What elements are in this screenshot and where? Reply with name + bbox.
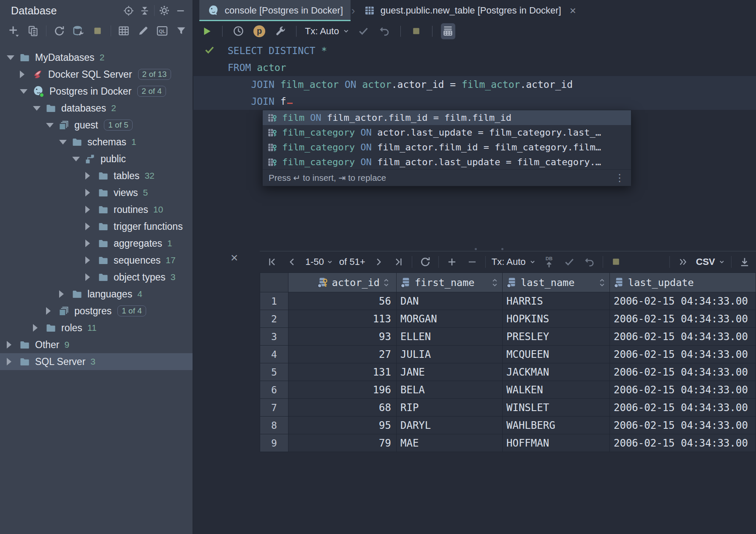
previous-page-icon[interactable]	[285, 254, 299, 270]
cell-last_update[interactable]: 2006-02-15 04:34:33.00	[610, 363, 756, 381]
chevron-collapsed-icon[interactable]	[59, 290, 68, 298]
chevron-expanded-icon[interactable]	[33, 106, 42, 111]
tree-item-routines[interactable]: routines10	[0, 201, 193, 218]
data-source-properties-icon[interactable]	[71, 23, 86, 39]
stop-icon[interactable]	[609, 254, 623, 270]
chevron-collapsed-icon[interactable]	[20, 71, 29, 78]
rollback-icon[interactable]	[378, 23, 392, 39]
autocomplete-item-3[interactable]: film_category ON film_actor.film_id = fi…	[263, 140, 631, 155]
new-item-button[interactable]	[6, 23, 22, 39]
settings-wrench-icon[interactable]	[273, 23, 288, 39]
tree-item-sequences[interactable]: sequences17	[0, 252, 193, 269]
tree-item-languages[interactable]: languages4	[0, 286, 193, 302]
commit-check-icon[interactable]	[356, 23, 371, 39]
tree-item-databases[interactable]: databases2	[0, 100, 193, 117]
collapse-all-icon[interactable]	[136, 3, 152, 18]
query-console-icon[interactable]: QL	[154, 23, 170, 39]
cell-first_name[interactable]: MORGAN	[397, 310, 503, 328]
cell-actor_id[interactable]: 196	[288, 381, 397, 399]
run-button[interactable]	[199, 23, 214, 39]
cell-first_name[interactable]: RIP	[397, 399, 503, 417]
tree-item-other[interactable]: Other9	[0, 336, 193, 353]
tree-item-schemas[interactable]: schemas1	[0, 134, 193, 150]
code-line-3[interactable]: JOIN film_actor ON actor.actor_id = film…	[193, 76, 756, 93]
chevron-collapsed-icon[interactable]	[33, 324, 42, 332]
cell-actor_id[interactable]: 131	[288, 363, 397, 381]
cell-actor_id[interactable]: 27	[288, 346, 397, 363]
commit-check-icon[interactable]	[562, 254, 577, 270]
kebab-menu-icon[interactable]: ⋮	[615, 172, 625, 184]
cell-first_name[interactable]: ELLEN	[397, 328, 503, 346]
settings-gear-icon[interactable]	[156, 3, 172, 18]
row-number[interactable]: 5	[260, 363, 288, 381]
history-clock-icon[interactable]	[231, 23, 245, 39]
tree-item-docker-sql-server[interactable]: Docker SQL Server2 of 13	[0, 66, 193, 83]
submit-db-icon[interactable]: DB	[542, 254, 556, 270]
chevron-expanded-icon[interactable]	[46, 123, 55, 128]
close-results-icon[interactable]: ×	[231, 251, 238, 264]
hide-panel-icon[interactable]	[172, 3, 188, 18]
splitter-handle[interactable]	[475, 248, 503, 250]
chevron-expanded-icon[interactable]	[20, 89, 29, 94]
rollback-icon[interactable]	[582, 254, 597, 270]
column-header-last_update[interactable]: last_update	[610, 273, 756, 292]
chevron-expanded-icon[interactable]	[59, 140, 68, 144]
sort-arrows-icon[interactable]	[599, 278, 609, 288]
cell-last_update[interactable]: 2006-02-15 04:34:33.00	[610, 292, 756, 310]
chevron-collapsed-icon[interactable]	[85, 172, 95, 180]
row-number[interactable]: 7	[260, 399, 288, 417]
cell-last_name[interactable]: WAHLBERG	[503, 417, 610, 434]
tree-item-views[interactable]: views5	[0, 184, 193, 201]
next-page-icon[interactable]	[371, 254, 386, 270]
chevron-collapsed-icon[interactable]	[85, 223, 95, 230]
cell-first_name[interactable]: JULIA	[397, 346, 503, 363]
tree-item-roles[interactable]: roles11	[0, 319, 193, 336]
cell-last_name[interactable]: HOFFMAN	[503, 434, 610, 452]
download-icon[interactable]	[737, 254, 752, 270]
cell-last_update[interactable]: 2006-02-15 04:34:33.00	[610, 381, 756, 399]
cell-last_update[interactable]: 2006-02-15 04:34:33.00	[610, 310, 756, 328]
locate-icon[interactable]	[120, 3, 136, 18]
column-header-first_name[interactable]: first_name	[397, 273, 503, 292]
tree-item-trigger-functions[interactable]: trigger functions	[0, 218, 193, 235]
cell-actor_id[interactable]: 95	[288, 417, 397, 434]
more-actions-chevrons-icon[interactable]	[676, 254, 690, 270]
chevron-collapsed-icon[interactable]	[85, 189, 95, 196]
row-number[interactable]: 1	[260, 292, 288, 310]
autocomplete-item-4[interactable]: film_category ON film_actor.last_update …	[263, 155, 631, 169]
autocomplete-item-2[interactable]: film_category ON actor.last_update = fil…	[263, 125, 631, 140]
tree-item-aggregates[interactable]: aggregates1	[0, 235, 193, 252]
cell-first_name[interactable]: JANE	[397, 363, 503, 381]
tree-item-sql-server[interactable]: SQL Server3	[0, 353, 193, 370]
cell-last_update[interactable]: 2006-02-15 04:34:33.00	[610, 346, 756, 363]
tree-item-public[interactable]: public	[0, 150, 193, 167]
chevron-expanded-icon[interactable]	[72, 157, 82, 161]
tree-item-postgres-in-docker[interactable]: Postgres in Docker2 of 4	[0, 83, 193, 100]
stop-icon[interactable]	[90, 23, 105, 39]
row-number[interactable]: 2	[260, 310, 288, 328]
cell-actor_id[interactable]: 113	[288, 310, 397, 328]
cell-last_name[interactable]: WALKEN	[503, 381, 610, 399]
cell-last_name[interactable]: JACKMAN	[503, 363, 610, 381]
chevron-collapsed-icon[interactable]	[85, 240, 95, 247]
cell-first_name[interactable]: DAN	[397, 292, 503, 310]
code-line-2[interactable]: FROM actor	[193, 59, 756, 76]
sort-arrows-icon[interactable]	[492, 278, 502, 288]
results-tx-dropdown[interactable]: Tx: Auto	[492, 256, 536, 267]
table-view-icon[interactable]	[116, 23, 132, 39]
in-editor-results-toggle[interactable]	[441, 23, 455, 39]
tx-mode-dropdown[interactable]: Tx: Auto	[305, 26, 350, 37]
sql-editor[interactable]: SELECT DISTINCT *FROM actor JOIN film_ac…	[193, 41, 756, 247]
postgres-dialect-icon[interactable]: p	[252, 23, 267, 39]
autocomplete-item-1[interactable]: film ON film_actor.film_id = film.film_i…	[263, 110, 631, 125]
tree-item-object-types[interactable]: object types3	[0, 269, 193, 286]
cell-last_name[interactable]: HOPKINS	[503, 310, 610, 328]
cell-last_name[interactable]: WINSLET	[503, 399, 610, 417]
chevron-expanded-icon[interactable]	[7, 55, 16, 60]
last-page-icon[interactable]	[392, 254, 406, 270]
edit-pencil-icon[interactable]	[135, 23, 151, 39]
reload-page-icon[interactable]	[418, 254, 432, 270]
tree-item-tables[interactable]: tables32	[0, 167, 193, 184]
tree-item-postgres[interactable]: postgres1 of 4	[0, 302, 193, 319]
chevron-collapsed-icon[interactable]	[85, 256, 95, 264]
